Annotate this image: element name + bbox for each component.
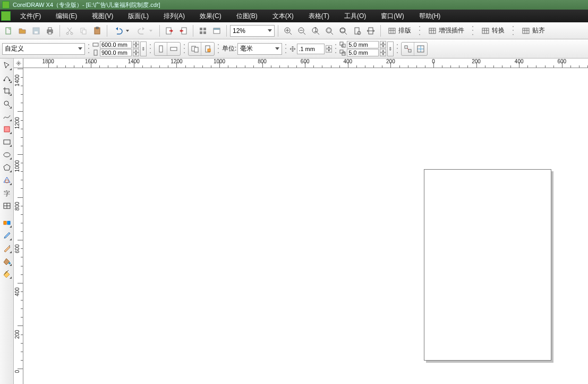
table-tool[interactable] — [1, 200, 13, 212]
fill-tool[interactable] — [1, 255, 13, 267]
svg-rect-60 — [7, 221, 10, 224]
menu-layout[interactable]: 版面(L) — [121, 10, 156, 22]
dup-x-input[interactable] — [347, 41, 379, 48]
svg-rect-32 — [429, 28, 436, 34]
zoom-value[interactable] — [233, 27, 266, 35]
eyedropper-tool[interactable] — [1, 230, 13, 241]
svg-rect-31 — [389, 28, 395, 34]
interactive-blend-tool[interactable] — [1, 217, 13, 229]
ext-button-2[interactable]: 转换 — [478, 24, 508, 37]
paste-button[interactable] — [91, 24, 104, 37]
page-width-input[interactable] — [100, 41, 132, 48]
menu-arrange[interactable]: 排列(A) — [156, 10, 192, 22]
horizontal-ruler[interactable]: 1800160014001200100080060040020002004006… — [23, 59, 588, 68]
aspect-lock-button[interactable]: ⇕ — [140, 41, 147, 56]
menu-window[interactable]: 窗口(W) — [373, 10, 411, 22]
workspace: 字 18001600140012001000800600400200020040… — [0, 59, 588, 384]
snap-group — [401, 42, 428, 56]
menu-file[interactable]: 文件(F) — [13, 10, 48, 22]
app-launcher-button[interactable] — [197, 24, 209, 37]
dynamic-guides-button[interactable] — [414, 43, 427, 55]
svg-rect-48 — [408, 49, 411, 52]
menu-bitmaps[interactable]: 位图(B) — [229, 10, 265, 22]
snap-objects-button[interactable] — [402, 43, 414, 55]
save-button[interactable] — [30, 24, 42, 37]
undo-button[interactable] — [110, 24, 133, 37]
new-file-button[interactable] — [2, 24, 15, 37]
outline-tool[interactable] — [1, 243, 13, 254]
all-pages-button[interactable] — [189, 43, 201, 55]
zoom-out-button[interactable] — [295, 24, 308, 37]
spinner-buttons[interactable]: ▲▼ — [133, 49, 139, 56]
nudge-input[interactable] — [297, 44, 325, 54]
svg-rect-0 — [6, 28, 11, 34]
grip-icon — [88, 43, 90, 55]
menu-table[interactable]: 表格(T) — [301, 10, 337, 22]
polygon-tool[interactable] — [1, 162, 13, 173]
units-combo[interactable] — [237, 43, 282, 55]
svg-rect-2 — [35, 31, 38, 34]
zoom-tool[interactable] — [1, 98, 13, 110]
zoom-actual-button[interactable]: 1 — [309, 24, 322, 37]
smart-fill-tool[interactable] — [1, 123, 13, 135]
toolbar-separator — [380, 25, 381, 37]
cut-button[interactable] — [63, 24, 76, 37]
spinner-buttons[interactable]: ▲▼ — [380, 49, 386, 56]
menu-effects[interactable]: 效果(C) — [192, 10, 229, 22]
landscape-button[interactable] — [167, 43, 180, 55]
welcome-screen-button[interactable] — [210, 24, 223, 37]
print-button[interactable] — [44, 24, 56, 37]
copy-button[interactable] — [77, 24, 90, 37]
zoom-in-button[interactable] — [282, 24, 294, 37]
interactive-fill-tool[interactable] — [1, 268, 13, 280]
menu-tools[interactable]: 工具(O) — [337, 10, 373, 22]
grip-icon — [419, 25, 421, 37]
rectangle-tool[interactable] — [1, 136, 13, 148]
ext-button-0[interactable]: 排版 — [384, 24, 415, 37]
svg-rect-15 — [203, 28, 206, 30]
grip-icon — [472, 25, 474, 37]
zoom-selection-button[interactable] — [323, 24, 336, 37]
redo-button[interactable] — [134, 24, 156, 37]
spinner-buttons[interactable]: ▲▼ — [380, 41, 386, 48]
spinner-buttons[interactable]: ▲▼ — [326, 45, 332, 53]
grip-icon — [396, 43, 398, 55]
drawing-page[interactable] — [424, 169, 551, 361]
menu-text[interactable]: 文本(X) — [265, 10, 301, 22]
pick-tool[interactable] — [1, 60, 13, 71]
text-tool[interactable]: 字 — [1, 187, 13, 199]
canvas-area[interactable]: 1800160014001200100080060040020002004006… — [14, 59, 588, 384]
zoom-width-button[interactable] — [364, 24, 377, 37]
svg-rect-59 — [4, 221, 6, 224]
zoom-all-button[interactable] — [337, 24, 350, 37]
portrait-button[interactable] — [155, 43, 167, 55]
svg-rect-28 — [355, 28, 359, 34]
svg-rect-9 — [82, 30, 86, 34]
zoom-combo[interactable] — [230, 25, 275, 37]
ellipse-tool[interactable] — [1, 149, 13, 161]
units-value[interactable] — [240, 45, 273, 53]
ext-button-1[interactable]: 增强插件 — [424, 24, 468, 37]
open-file-button[interactable] — [16, 24, 29, 37]
menu-edit[interactable]: 编辑(E) — [48, 10, 84, 22]
dup-y-input[interactable] — [347, 49, 379, 56]
freehand-tool[interactable] — [1, 111, 13, 122]
menu-view[interactable]: 视图(V) — [84, 10, 121, 22]
spinner-buttons[interactable]: ▲▼ — [133, 41, 139, 48]
export-button[interactable] — [177, 24, 190, 37]
ruler-origin[interactable] — [14, 59, 23, 68]
page-preset-value[interactable] — [5, 45, 76, 53]
shape-tool[interactable] — [1, 72, 13, 84]
basic-shapes-tool[interactable] — [1, 174, 13, 186]
vertical-ruler[interactable]: 1400120010008006004002000 — [14, 68, 23, 384]
svg-rect-34 — [523, 28, 529, 34]
zoom-page-button[interactable] — [351, 24, 363, 37]
ext-button-3[interactable]: 贴齐 — [518, 24, 549, 37]
current-page-button[interactable] — [201, 43, 214, 55]
page-preset-combo[interactable] — [2, 43, 85, 55]
menu-help[interactable]: 帮助(H) — [412, 10, 448, 22]
dup-lock-button[interactable]: ⇕ — [387, 41, 394, 56]
page-height-input[interactable] — [100, 49, 132, 56]
import-button[interactable] — [163, 24, 176, 37]
crop-tool[interactable] — [1, 85, 13, 97]
